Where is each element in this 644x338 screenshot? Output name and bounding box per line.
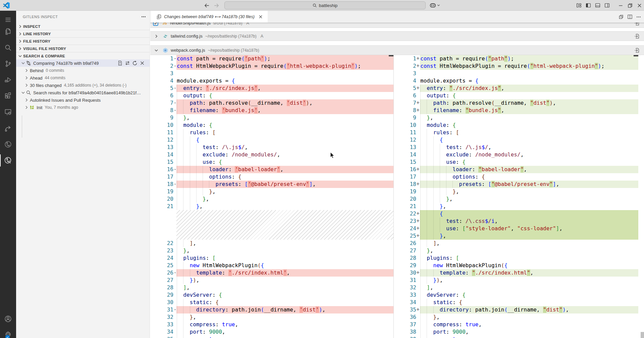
code-line[interactable]: 34 port: 9000, bbox=[151, 328, 393, 336]
activity-item-gitlens[interactable] bbox=[0, 120, 16, 136]
code-line[interactable]: 16- loader: 'babel-loader', bbox=[151, 166, 393, 173]
tree-item-behind[interactable]: Behind0 commits bbox=[16, 67, 150, 74]
code-line[interactable]: 21 }, bbox=[394, 203, 644, 210]
activity-item-run-debug[interactable] bbox=[0, 72, 16, 88]
code-line[interactable]: 18+ presets: ["@babel/preset-env"], bbox=[394, 181, 644, 188]
close-icon[interactable] bbox=[140, 60, 145, 66]
code-line[interactable]: 4module.exports = { bbox=[394, 77, 644, 85]
code-line[interactable]: 13 test: /\.js$/, bbox=[151, 144, 393, 151]
code-line[interactable]: 13 test: /\.js$/, bbox=[394, 144, 644, 151]
code-line[interactable]: 17 options: { bbox=[151, 173, 393, 181]
section-inspect[interactable]: INSPECT bbox=[16, 22, 150, 30]
nav-forward-icon[interactable] bbox=[214, 3, 219, 8]
activity-item-search[interactable] bbox=[0, 40, 16, 56]
code-line[interactable]: 31- directory: path.join(__dirname, 'dis… bbox=[151, 306, 393, 313]
minimize-icon[interactable] bbox=[616, 0, 625, 11]
go-to-file-icon[interactable] bbox=[634, 48, 640, 53]
code-line[interactable]: 33 compress: true, bbox=[151, 321, 393, 328]
code-line[interactable]: 35 open: true, bbox=[151, 336, 393, 338]
activity-item-remote-explorer[interactable] bbox=[0, 104, 16, 120]
code-line[interactable]: 14 exclude: /node_modules/, bbox=[151, 151, 393, 158]
code-line[interactable]: 8- filename: 'bundle.js', bbox=[151, 107, 393, 114]
right-pane-scrollbar[interactable] bbox=[634, 55, 638, 56]
code-line[interactable]: 33 devServer: { bbox=[394, 291, 644, 299]
customize-layout-icon[interactable] bbox=[574, 0, 584, 11]
code-line[interactable]: 3 bbox=[151, 70, 393, 77]
code-line[interactable]: 11 rules: [ bbox=[151, 129, 393, 136]
tree-item-30-files-changed[interactable]: 30 files changed4,165 additions (+), 34 … bbox=[16, 82, 150, 89]
checkbox-checked-icon[interactable] bbox=[153, 22, 158, 26]
toggle-secondary-sidebar-icon[interactable] bbox=[602, 0, 612, 11]
code-line[interactable]: 23+ test: /\.css$/i, bbox=[394, 218, 644, 225]
activity-item-accounts[interactable] bbox=[0, 311, 16, 327]
code-line[interactable]: 38 port: 9000, bbox=[394, 328, 644, 336]
activity-item-extensions[interactable] bbox=[0, 88, 16, 104]
code-line[interactable]: 10 module: { bbox=[151, 122, 393, 129]
section-visual-file-history[interactable]: VISUAL FILE HISTORY bbox=[16, 45, 150, 52]
file-header-tailwind-config-js[interactable]: tailwind.config.js~/repos/battleship (74… bbox=[150, 31, 644, 41]
chevron-down-icon[interactable] bbox=[154, 48, 159, 53]
code-line[interactable]: 25 new HtmlWebpackPlugin({ bbox=[151, 262, 393, 269]
section-search-compare[interactable]: SEARCH & COMPARE bbox=[16, 52, 150, 59]
tree-item-autolinked-issues-and-pull-requests[interactable]: Autolinked Issues and Pull Requests bbox=[16, 96, 150, 104]
code-line[interactable]: 3 bbox=[394, 70, 644, 77]
more-actions-icon[interactable] bbox=[140, 14, 147, 20]
code-line[interactable]: 19 }, bbox=[394, 188, 644, 195]
code-line[interactable]: 30+ template: "./src/index.html", bbox=[394, 269, 644, 277]
swap-comparison-icon[interactable] bbox=[125, 60, 130, 66]
code-line[interactable]: 26 ], bbox=[394, 240, 644, 247]
code-line[interactable]: 23 }, bbox=[151, 247, 393, 254]
code-line[interactable]: 1-const path = require('path'); bbox=[151, 55, 393, 62]
code-line[interactable]: 22 ], bbox=[151, 240, 393, 247]
editor-scrollbar[interactable] bbox=[641, 332, 644, 338]
code-line[interactable]: 7+ path: path.resolve(__dirname, "dist")… bbox=[394, 99, 644, 107]
code-line[interactable]: 39 open: true, bbox=[394, 336, 644, 338]
code-line[interactable]: 12 { bbox=[151, 136, 393, 144]
code-line[interactable]: 29 devServer: { bbox=[151, 291, 393, 299]
code-line[interactable]: 12 { bbox=[394, 136, 644, 144]
code-line[interactable]: 30 static: { bbox=[151, 299, 393, 306]
code-line[interactable]: 6 output: { bbox=[394, 92, 644, 99]
activity-item-commit-graph[interactable] bbox=[0, 136, 16, 152]
toggle-primary-sidebar-icon[interactable] bbox=[584, 0, 593, 11]
refresh-icon[interactable] bbox=[132, 60, 138, 66]
code-line[interactable]: 24 plugins: [ bbox=[151, 254, 393, 262]
command-center-search[interactable]: battleship bbox=[224, 1, 426, 9]
tree-item-ahead[interactable]: Ahead44 commits bbox=[16, 74, 150, 82]
code-line[interactable]: 27 }), bbox=[151, 277, 393, 284]
nav-back-icon[interactable] bbox=[204, 3, 210, 8]
more-actions-icon[interactable] bbox=[636, 14, 641, 19]
code-line[interactable]: 20 }, bbox=[394, 195, 644, 203]
code-line[interactable]: 18- presets: ['@babel/preset-env'], bbox=[151, 181, 393, 188]
activity-item-source-control[interactable] bbox=[0, 56, 16, 72]
code-line[interactable]: 5- entry: './src/index.js', bbox=[151, 85, 393, 92]
file-header-webpack-config-js[interactable]: webpack.config.js~/repos/battleship (74a… bbox=[150, 45, 644, 55]
code-line[interactable]: 36 }, bbox=[394, 313, 644, 321]
code-line[interactable]: 28 plugins: [ bbox=[394, 254, 644, 262]
tab-close-icon[interactable] bbox=[258, 14, 263, 19]
code-line[interactable]: 34 static: { bbox=[394, 299, 644, 306]
go-to-file-icon[interactable] bbox=[634, 34, 640, 39]
tree-item-comparing-74a187b-with-b9af749[interactable]: Comparing 74a187b with b9af749 bbox=[16, 59, 150, 67]
collapse-all-icon[interactable] bbox=[619, 14, 624, 19]
code-line[interactable]: 32 }, bbox=[151, 313, 393, 321]
code-line[interactable]: 8+ filename: "bundle.js", bbox=[394, 107, 644, 114]
chevron-right-icon[interactable] bbox=[154, 34, 159, 39]
code-line[interactable]: 2+const HtmlWebpackPlugin = require("htm… bbox=[394, 62, 644, 70]
code-line[interactable]: 7- path: path.resolve(__dirname, 'dist')… bbox=[151, 99, 393, 107]
section-file-history[interactable]: FILE HISTORY bbox=[16, 37, 150, 45]
code-line[interactable]: 9 }, bbox=[151, 114, 393, 122]
code-line[interactable]: 26- template: './src/index.html', bbox=[151, 269, 393, 277]
code-line[interactable]: 27 }, bbox=[394, 247, 644, 254]
code-line[interactable]: 6 output: { bbox=[151, 92, 393, 99]
code-line[interactable]: 29 new HtmlWebpackPlugin({ bbox=[394, 262, 644, 269]
code-line[interactable]: 31 }), bbox=[394, 277, 644, 284]
code-line[interactable]: 15 use: { bbox=[151, 158, 393, 166]
activity-item-settings[interactable] bbox=[0, 327, 16, 338]
code-line[interactable]: 2-const HtmlWebpackPlugin = require('htm… bbox=[151, 62, 393, 70]
code-line[interactable]: 19 }, bbox=[151, 188, 393, 195]
code-line[interactable]: 37 compress: true, bbox=[394, 321, 644, 328]
tab-changes-between[interactable]: Changes between b9af749 ⟷ 74a187b (30 fi… bbox=[151, 11, 268, 22]
code-line[interactable]: 14 exclude: /node_modules/, bbox=[394, 151, 644, 158]
restore-window-icon[interactable] bbox=[625, 0, 635, 11]
